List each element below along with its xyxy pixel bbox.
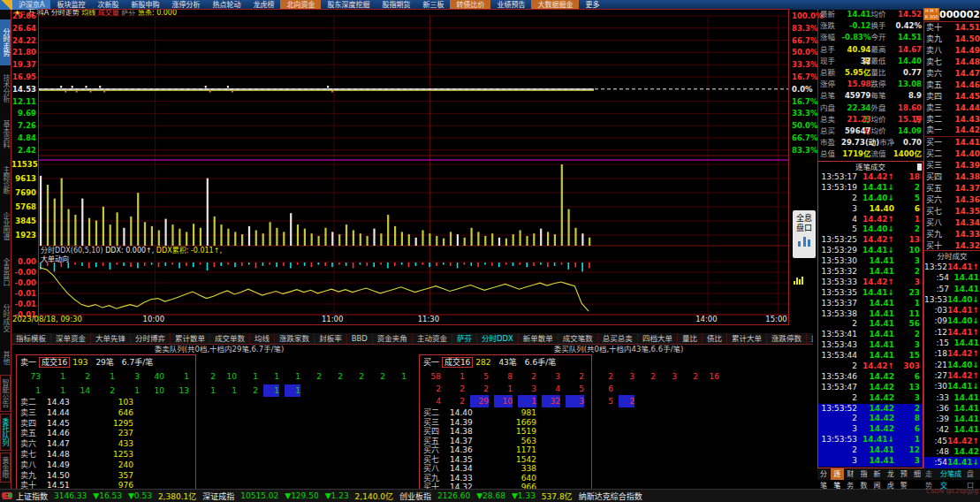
- indicator-tab-量比[interactable]: 量比: [678, 333, 703, 344]
- time-sales-row[interactable]: :2114.40↓: [924, 360, 980, 370]
- time-sales-row[interactable]: :3314.41: [924, 392, 980, 403]
- bid-level-row[interactable]: 买二14.40: [924, 148, 980, 160]
- sidebar-tab-基本资料[interactable]: 基本资料: [0, 111, 11, 157]
- status-segment[interactable]: ▼1.33: [512, 491, 536, 500]
- tick-tab-预警[interactable]: 预警: [898, 468, 911, 480]
- sidebar-tab-其他[interactable]: 其他: [0, 344, 11, 372]
- indicator-tab-涨跌停数[interactable]: 涨跌停数: [767, 333, 807, 344]
- depth-level-row[interactable]: 买三14.391669: [420, 418, 591, 428]
- indicator-tab-均线[interactable]: 均线: [250, 333, 275, 344]
- tick-row[interactable]: 214.423: [818, 393, 923, 404]
- status-segment[interactable]: 2126.60: [437, 491, 470, 500]
- status-segment[interactable]: 创业板指: [399, 491, 431, 502]
- indicator-tab-成交单数[interactable]: 成交单数: [210, 333, 250, 344]
- depth-level-row[interactable]: 卖七14.481253: [17, 450, 195, 460]
- indicator-tab-深单资金[interactable]: 深单资金: [51, 333, 91, 344]
- time-sales-row[interactable]: :1214.41↑: [924, 327, 980, 338]
- depth-level-row[interactable]: 卖二14.43103: [17, 398, 195, 408]
- indicator-tab-累计大单[interactable]: 累计大单: [727, 333, 767, 344]
- tick-tab-财务[interactable]: 财务: [844, 468, 857, 480]
- tick-row[interactable]: 314.413: [818, 456, 923, 467]
- time-sales-row[interactable]: :5414.41↓: [924, 457, 980, 468]
- ask-level-row[interactable]: 卖十14.51: [924, 22, 980, 34]
- tick-tab-龙虎[interactable]: 龙虎: [885, 468, 898, 480]
- status-segment[interactable]: ▼16.53: [93, 491, 122, 500]
- time-sales-row[interactable]: :1814.42↑: [924, 348, 980, 359]
- status-segment[interactable]: 2,380.1亿: [158, 491, 196, 502]
- ask-level-row[interactable]: 卖四14.45: [924, 91, 980, 103]
- tick-row[interactable]: 13:53:4614.426: [818, 372, 923, 383]
- tick-row[interactable]: 13:53:4314.413: [818, 340, 923, 351]
- tick-row[interactable]: 13:53:2514.42↑13: [818, 235, 923, 246]
- indicator-tab-分时DDX[interactable]: 分时DDX: [477, 333, 519, 344]
- tick-row[interactable]: 514.40↓2: [818, 224, 923, 235]
- indicator-tab-分时博弈[interactable]: 分时博弈: [131, 333, 171, 344]
- ts-tab-分笔成交[interactable]: 分笔成交: [938, 468, 965, 480]
- tick-row[interactable]: 214.4156: [818, 319, 923, 330]
- tick-row[interactable]: 13:53:3714.411: [818, 299, 923, 309]
- indicator-tab-主动资金[interactable]: 主动资金: [413, 333, 452, 344]
- tick-row[interactable]: 13:53:3214.412: [818, 267, 923, 278]
- indicator-tab-成交笔数[interactable]: 成交笔数: [558, 333, 598, 344]
- status-segment[interactable]: ▼28.68: [476, 491, 505, 500]
- depth-level-row[interactable]: 买九14.33640: [420, 474, 591, 483]
- depth-level-row[interactable]: 卖四14.451295: [17, 419, 195, 430]
- time-sales-row[interactable]: :4214.41: [924, 424, 980, 435]
- depth-level-row[interactable]: 卖九14.50357: [17, 471, 195, 482]
- sidebar-tab-委托队列[interactable]: 委托队列: [0, 414, 11, 451]
- bid-level-row[interactable]: 买七14.35: [924, 206, 980, 217]
- indicator-tab-总买总卖[interactable]: 总买总卖: [598, 333, 638, 344]
- sidebar-tab-企业图谱[interactable]: 企业图谱: [0, 203, 11, 249]
- depth-level-row[interactable]: 买七14.351542: [420, 455, 591, 465]
- holographic-orderbook-button[interactable]: 全息 盘口: [793, 210, 816, 258]
- time-sales-row[interactable]: :4514.42↑: [924, 436, 980, 446]
- indicator-tab-萨芬[interactable]: 萨芬: [452, 333, 477, 344]
- sidebar-tab-全息盘口[interactable]: 全息盘口: [0, 249, 11, 295]
- tick-row[interactable]: 214.42↑303: [818, 361, 923, 372]
- status-segment[interactable]: ▼129.50: [285, 491, 318, 500]
- ts-tab-走势[interactable]: 走势: [923, 468, 938, 480]
- depth-level-row[interactable]: 买二14.40981: [420, 408, 591, 418]
- depth-level-row[interactable]: 卖六14.47433: [17, 439, 195, 450]
- tick-row[interactable]: 13:53:5214.422: [818, 404, 923, 415]
- tick-row[interactable]: 13:53:4714.4213: [818, 383, 923, 393]
- tick-row[interactable]: 314.426: [818, 424, 923, 435]
- status-segment[interactable]: 3146.33: [54, 491, 87, 500]
- indicator-tab-指标模板[interactable]: 指标模板: [11, 333, 51, 344]
- indicator-tab-BBD[interactable]: BBD: [347, 333, 373, 344]
- time-sales-row[interactable]: :4814.42: [924, 446, 980, 457]
- stock-code[interactable]: 000002: [939, 9, 980, 20]
- tick-row[interactable]: 13:53:2914.41↓10: [818, 246, 923, 256]
- sidebar-tab-分时成交[interactable]: 分时成交: [0, 295, 11, 341]
- bid-level-row[interactable]: 买三14.39: [924, 160, 980, 171]
- indicator-tab-封板强度[interactable]: 封板强度: [807, 333, 813, 344]
- sidebar-tab-分时走势[interactable]: 分时走势: [0, 19, 11, 65]
- tick-row[interactable]: 13:53:1914.41↓2: [818, 183, 923, 194]
- time-sales-row[interactable]: :1514.41: [924, 338, 980, 348]
- time-sales-row[interactable]: :5714.41: [924, 284, 980, 294]
- bid-level-row[interactable]: 买五14.37: [924, 183, 980, 194]
- ask-level-row[interactable]: 卖九14.50: [924, 34, 980, 45]
- indicator-tab-涨跌家数[interactable]: 涨跌家数: [275, 333, 315, 344]
- tick-row[interactable]: 214.428: [818, 414, 923, 424]
- ts-tab-盘口[interactable]: 盘口: [965, 468, 980, 480]
- tick-row[interactable]: 13:53:3014.413: [818, 256, 923, 267]
- depth-level-row[interactable]: 买四14.381519: [420, 427, 591, 437]
- time-sales-row[interactable]: :0314.41↑: [924, 305, 980, 316]
- time-sales-row[interactable]: 13:5214.41↑: [924, 262, 980, 272]
- tick-row[interactable]: 13:53:3514.41↓23: [818, 288, 923, 299]
- time-sales-row[interactable]: :0914.40↓: [924, 316, 980, 326]
- depth-level-row[interactable]: 买八14.34338: [420, 464, 591, 474]
- ask-level-row[interactable]: 卖三14.44: [924, 103, 980, 114]
- tick-row[interactable]: 214.40↓5: [818, 194, 923, 204]
- time-sales-row[interactable]: :2714.42↑: [924, 370, 980, 381]
- tick-tab-逐笔[interactable]: 逐笔: [831, 468, 844, 480]
- indicator-tab-新单散单[interactable]: 新单散单: [519, 333, 558, 344]
- tick-row[interactable]: 13:53:4414.4115: [818, 351, 923, 361]
- tick-row[interactable]: 13:53:4114.412: [818, 330, 923, 340]
- depth-level-row[interactable]: 买五14.37563: [420, 437, 591, 446]
- time-sales-row[interactable]: :3014.41↓: [924, 381, 980, 392]
- tick-tab-新闻[interactable]: 新闻: [871, 468, 885, 480]
- depth-level-row[interactable]: 买六14.361171: [420, 445, 591, 455]
- status-segment[interactable]: 深证成指: [202, 491, 234, 502]
